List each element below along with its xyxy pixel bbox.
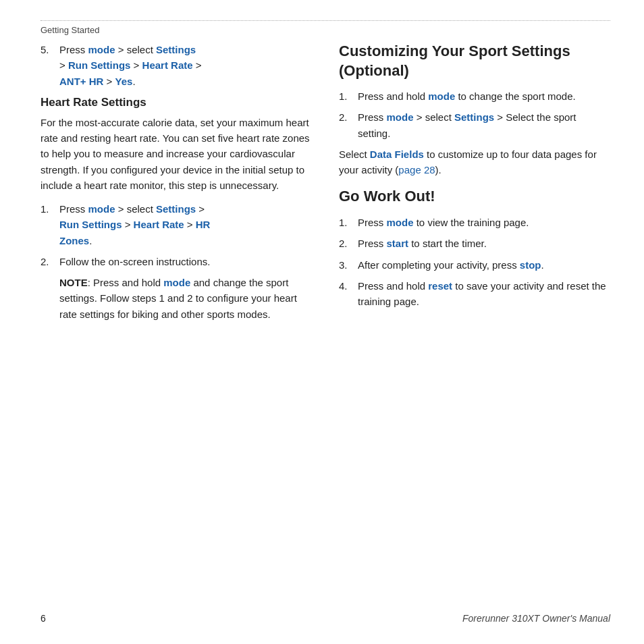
mode-keyword-2: mode [88, 203, 115, 215]
settings-keyword-3: Settings [454, 111, 494, 123]
workout-step-4-content: Press and hold reset to save your activi… [358, 278, 610, 310]
data-fields-keyword: Data Fields [370, 149, 424, 160]
workout-step-1: 1. Press mode to view the training page. [339, 215, 610, 230]
stop-keyword: stop [520, 259, 541, 271]
note-label: NOTE [59, 277, 88, 288]
hr-step-1-content: Press mode > select Settings > Run Setti… [59, 201, 210, 248]
heart-rate-keyword-2: Heart Rate [134, 219, 184, 230]
workout-step-3: 3. After completing your activity, press… [339, 257, 610, 273]
reset-keyword: reset [428, 280, 452, 292]
custom-step-2-num: 2. [339, 109, 352, 141]
page-28-link[interactable]: page 28 [398, 164, 435, 176]
settings-keyword-1: Settings [156, 44, 196, 55]
ant-hr-keyword: ANT+ HR [59, 76, 103, 87]
mode-keyword-3: mode [163, 277, 190, 288]
page: Getting Started 5. Press mode > select S… [0, 0, 644, 644]
go-work-out-title: Go Work Out! [339, 187, 610, 207]
workout-step-1-content: Press mode to view the training page. [358, 215, 529, 230]
top-divider [41, 20, 610, 21]
hr-step-2: 2. Follow the on-screen instructions. NO… [41, 254, 312, 322]
heart-rate-settings-title: Heart Rate Settings [41, 96, 312, 109]
workout-step-3-num: 3. [339, 257, 352, 273]
workout-step-2-num: 2. [339, 236, 352, 251]
mode-keyword-5: mode [387, 111, 414, 123]
custom-step-1-content: Press and hold mode to change the sport … [358, 88, 576, 104]
hr-step-2-num: 2. [41, 254, 54, 322]
yes-keyword: Yes [115, 76, 133, 87]
mode-keyword-1: mode [88, 44, 115, 55]
workout-step-2-content: Press start to start the timer. [358, 236, 487, 251]
start-keyword: start [387, 238, 409, 249]
custom-step-1-num: 1. [339, 88, 352, 104]
hr-step-2-note: NOTE: Press and hold mode and change the… [59, 275, 312, 322]
hr-step-2-content: Follow the on-screen instructions. NOTE:… [59, 254, 312, 322]
run-settings-keyword-2: Run Settings [59, 219, 122, 230]
two-column-layout: 5. Press mode > select Settings > Run Se… [41, 42, 610, 606]
custom-step-2-content: Press mode > select Settings > Select th… [358, 109, 610, 141]
hr-step-1: 1. Press mode > select Settings > Run Se… [41, 201, 312, 248]
run-settings-keyword-1: Run Settings [68, 59, 131, 71]
footer-manual-title: Forerunner 310XT Owner's Manual [462, 613, 610, 624]
step-5-content: Press mode > select Settings > Run Setti… [59, 42, 312, 89]
intro-step-5: 5. Press mode > select Settings > Run Se… [41, 42, 312, 89]
heart-rate-body-text: For the most-accurate calorie data, set … [41, 115, 312, 193]
workout-step-4: 4. Press and hold reset to save your act… [339, 278, 610, 310]
workout-step-4-num: 4. [339, 278, 352, 310]
mode-keyword-4: mode [428, 90, 455, 102]
breadcrumb: Getting Started [41, 25, 610, 35]
step-num-5: 5. [41, 42, 54, 89]
custom-step-2: 2. Press mode > select Settings > Select… [339, 109, 610, 141]
customizing-title: Customizing Your Sport Settings (Optiona… [339, 42, 610, 80]
workout-step-1-num: 1. [339, 215, 352, 230]
workout-step-2: 2. Press start to start the timer. [339, 236, 610, 251]
footer: 6 Forerunner 310XT Owner's Manual [41, 606, 610, 624]
data-fields-text: Select Data Fields to customize up to fo… [339, 146, 610, 178]
workout-step-3-content: After completing your activity, press st… [358, 257, 544, 273]
settings-keyword-2: Settings [156, 203, 196, 215]
left-column: 5. Press mode > select Settings > Run Se… [41, 42, 312, 606]
mode-keyword-6: mode [387, 217, 414, 228]
right-column: Customizing Your Sport Settings (Optiona… [339, 42, 610, 606]
footer-page-number: 6 [41, 613, 46, 624]
heart-rate-keyword-1: Heart Rate [142, 59, 193, 71]
custom-step-1: 1. Press and hold mode to change the spo… [339, 88, 610, 104]
hr-step-1-num: 1. [41, 201, 54, 248]
